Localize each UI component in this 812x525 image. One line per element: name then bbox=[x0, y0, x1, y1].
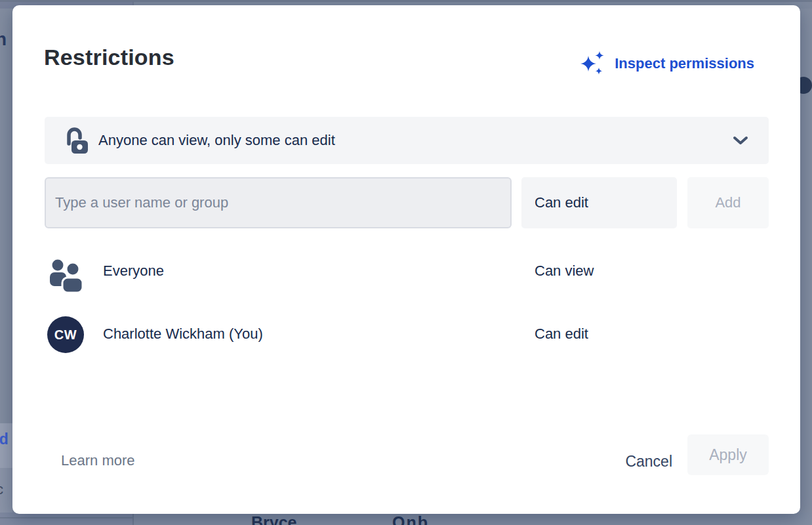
background-link-fragment: fd bbox=[0, 430, 9, 448]
background-title-fragment: Onb bbox=[392, 513, 429, 525]
background-divider-line bbox=[0, 517, 134, 518]
entry-permission: Can edit bbox=[535, 326, 588, 343]
dialog-title: Restrictions bbox=[44, 45, 174, 70]
access-level-dropdown[interactable]: Anyone can view, only some can edit bbox=[45, 117, 769, 164]
user-search-input[interactable] bbox=[45, 177, 512, 228]
ai-sparkle-icon bbox=[580, 50, 606, 77]
permission-select-button[interactable]: Can edit bbox=[521, 177, 677, 228]
background-sidebar-bottom bbox=[0, 513, 134, 525]
background-title-fragment: Bryce bbox=[251, 513, 297, 525]
add-button[interactable]: Add bbox=[687, 177, 769, 228]
group-people-icon bbox=[49, 259, 84, 295]
restrictions-dialog: Restrictions Inspect permissions Anyone … bbox=[12, 5, 800, 514]
background-text-fragment: c bbox=[0, 481, 3, 498]
entry-name: Charlotte Wickham (You) bbox=[103, 326, 263, 343]
avatar: CW bbox=[47, 316, 84, 353]
entry-permission: Can view bbox=[535, 262, 594, 280]
apply-button[interactable]: Apply bbox=[687, 434, 769, 475]
background-text-fragment: n bbox=[0, 29, 7, 50]
chevron-down-icon bbox=[732, 135, 749, 146]
inspect-permissions-link[interactable]: Inspect permissions bbox=[580, 50, 754, 77]
entry-name: Everyone bbox=[103, 262, 164, 280]
learn-more-link[interactable]: Learn more bbox=[61, 452, 135, 469]
access-level-selected-option: Anyone can view, only some can edit bbox=[98, 132, 335, 149]
unlock-icon bbox=[66, 126, 89, 155]
cancel-button[interactable]: Cancel bbox=[594, 446, 672, 476]
inspect-permissions-label: Inspect permissions bbox=[615, 55, 754, 72]
